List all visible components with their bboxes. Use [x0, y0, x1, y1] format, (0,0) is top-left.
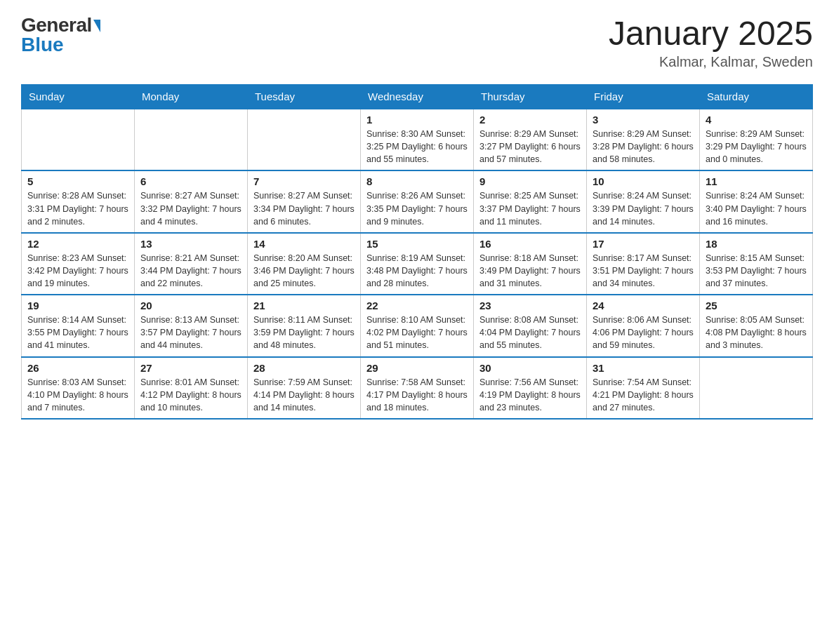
calendar-cell: 23Sunrise: 8:08 AM Sunset: 4:04 PM Dayli… [474, 295, 587, 356]
day-info: Sunrise: 8:29 AM Sunset: 3:27 PM Dayligh… [479, 128, 581, 166]
day-number: 14 [253, 238, 355, 250]
calendar-cell: 21Sunrise: 8:11 AM Sunset: 3:59 PM Dayli… [248, 295, 361, 356]
day-number: 2 [479, 114, 581, 126]
calendar-week-row: 26Sunrise: 8:03 AM Sunset: 4:10 PM Dayli… [22, 357, 813, 419]
day-number: 9 [479, 175, 581, 187]
day-number: 19 [27, 300, 128, 311]
day-number: 5 [27, 175, 128, 187]
day-number: 28 [253, 362, 355, 374]
calendar-cell: 30Sunrise: 7:56 AM Sunset: 4:19 PM Dayli… [474, 357, 587, 419]
day-info: Sunrise: 8:15 AM Sunset: 3:53 PM Dayligh… [706, 252, 807, 290]
day-info: Sunrise: 8:27 AM Sunset: 3:34 PM Dayligh… [253, 189, 355, 227]
day-info: Sunrise: 8:28 AM Sunset: 3:31 PM Dayligh… [27, 189, 128, 227]
day-number: 3 [593, 114, 694, 126]
day-number: 20 [140, 300, 241, 311]
day-info: Sunrise: 8:05 AM Sunset: 4:08 PM Dayligh… [706, 314, 807, 351]
day-number: 29 [366, 362, 468, 374]
day-number: 27 [140, 362, 241, 374]
calendar-header-saturday: Saturday [700, 85, 813, 109]
calendar-cell [135, 109, 248, 170]
calendar-cell [22, 109, 135, 170]
day-info: Sunrise: 8:06 AM Sunset: 4:06 PM Dayligh… [593, 314, 694, 351]
day-number: 6 [140, 175, 241, 187]
title-section: January 2025 Kalmar, Kalmar, Sweden [609, 14, 813, 70]
calendar-cell: 22Sunrise: 8:10 AM Sunset: 4:02 PM Dayli… [361, 295, 474, 356]
calendar-cell: 11Sunrise: 8:24 AM Sunset: 3:40 PM Dayli… [700, 170, 813, 232]
day-info: Sunrise: 8:21 AM Sunset: 3:44 PM Dayligh… [140, 252, 241, 290]
calendar-cell: 17Sunrise: 8:17 AM Sunset: 3:51 PM Dayli… [587, 233, 700, 295]
day-number: 26 [27, 362, 128, 374]
calendar-cell: 27Sunrise: 8:01 AM Sunset: 4:12 PM Dayli… [135, 357, 248, 419]
calendar-week-row: 1Sunrise: 8:30 AM Sunset: 3:25 PM Daylig… [22, 109, 813, 170]
page-header: General Blue January 2025 Kalmar, Kalmar… [21, 14, 813, 70]
day-info: Sunrise: 8:01 AM Sunset: 4:12 PM Dayligh… [140, 376, 241, 414]
day-info: Sunrise: 8:23 AM Sunset: 3:42 PM Dayligh… [27, 252, 128, 290]
logo-arrow-icon [93, 20, 100, 32]
day-info: Sunrise: 8:27 AM Sunset: 3:32 PM Dayligh… [140, 189, 241, 227]
calendar-cell: 14Sunrise: 8:20 AM Sunset: 3:46 PM Dayli… [248, 233, 361, 295]
day-number: 16 [479, 238, 581, 250]
calendar-table: SundayMondayTuesdayWednesdayThursdayFrid… [21, 84, 813, 420]
calendar-cell: 1Sunrise: 8:30 AM Sunset: 3:25 PM Daylig… [361, 109, 474, 170]
day-info: Sunrise: 7:58 AM Sunset: 4:17 PM Dayligh… [366, 376, 468, 414]
calendar-cell: 20Sunrise: 8:13 AM Sunset: 3:57 PM Dayli… [135, 295, 248, 356]
day-info: Sunrise: 8:18 AM Sunset: 3:49 PM Dayligh… [479, 252, 581, 290]
calendar-cell: 25Sunrise: 8:05 AM Sunset: 4:08 PM Dayli… [700, 295, 813, 356]
day-number: 13 [140, 238, 241, 250]
location-label: Kalmar, Kalmar, Sweden [609, 54, 813, 70]
calendar-cell [248, 109, 361, 170]
calendar-cell: 19Sunrise: 8:14 AM Sunset: 3:55 PM Dayli… [22, 295, 135, 356]
day-number: 30 [479, 362, 581, 374]
calendar-cell: 26Sunrise: 8:03 AM Sunset: 4:10 PM Dayli… [22, 357, 135, 419]
calendar-week-row: 19Sunrise: 8:14 AM Sunset: 3:55 PM Dayli… [22, 295, 813, 356]
calendar-cell: 13Sunrise: 8:21 AM Sunset: 3:44 PM Dayli… [135, 233, 248, 295]
day-number: 10 [593, 175, 694, 187]
calendar-header-friday: Friday [587, 85, 700, 109]
calendar-cell: 15Sunrise: 8:19 AM Sunset: 3:48 PM Dayli… [361, 233, 474, 295]
day-number: 18 [706, 238, 807, 250]
calendar-week-row: 12Sunrise: 8:23 AM Sunset: 3:42 PM Dayli… [22, 233, 813, 295]
calendar-cell: 18Sunrise: 8:15 AM Sunset: 3:53 PM Dayli… [700, 233, 813, 295]
day-info: Sunrise: 8:29 AM Sunset: 3:28 PM Dayligh… [593, 128, 694, 166]
calendar-cell: 28Sunrise: 7:59 AM Sunset: 4:14 PM Dayli… [248, 357, 361, 419]
day-number: 22 [366, 300, 468, 311]
calendar-cell: 10Sunrise: 8:24 AM Sunset: 3:39 PM Dayli… [587, 170, 700, 232]
calendar-cell: 4Sunrise: 8:29 AM Sunset: 3:29 PM Daylig… [700, 109, 813, 170]
calendar-cell: 31Sunrise: 7:54 AM Sunset: 4:21 PM Dayli… [587, 357, 700, 419]
day-number: 21 [253, 300, 355, 311]
calendar-cell: 12Sunrise: 8:23 AM Sunset: 3:42 PM Dayli… [22, 233, 135, 295]
day-number: 31 [593, 362, 694, 374]
calendar-cell: 24Sunrise: 8:06 AM Sunset: 4:06 PM Dayli… [587, 295, 700, 356]
calendar-header-monday: Monday [135, 85, 248, 109]
day-info: Sunrise: 8:13 AM Sunset: 3:57 PM Dayligh… [140, 314, 241, 351]
calendar-cell: 6Sunrise: 8:27 AM Sunset: 3:32 PM Daylig… [135, 170, 248, 232]
day-info: Sunrise: 8:30 AM Sunset: 3:25 PM Dayligh… [366, 128, 468, 166]
calendar-header-thursday: Thursday [474, 85, 587, 109]
day-number: 15 [366, 238, 468, 250]
calendar-week-row: 5Sunrise: 8:28 AM Sunset: 3:31 PM Daylig… [22, 170, 813, 232]
day-info: Sunrise: 8:25 AM Sunset: 3:37 PM Dayligh… [479, 189, 581, 227]
day-number: 11 [706, 175, 807, 187]
calendar-cell: 29Sunrise: 7:58 AM Sunset: 4:17 PM Dayli… [361, 357, 474, 419]
day-info: Sunrise: 7:59 AM Sunset: 4:14 PM Dayligh… [253, 376, 355, 414]
calendar-cell: 3Sunrise: 8:29 AM Sunset: 3:28 PM Daylig… [587, 109, 700, 170]
day-info: Sunrise: 8:17 AM Sunset: 3:51 PM Dayligh… [593, 252, 694, 290]
month-title: January 2025 [609, 14, 813, 53]
calendar-header-row: SundayMondayTuesdayWednesdayThursdayFrid… [22, 85, 813, 109]
calendar-cell: 2Sunrise: 8:29 AM Sunset: 3:27 PM Daylig… [474, 109, 587, 170]
day-number: 17 [593, 238, 694, 250]
day-number: 1 [366, 114, 468, 126]
calendar-header-wednesday: Wednesday [361, 85, 474, 109]
day-number: 25 [706, 300, 807, 311]
day-number: 12 [27, 238, 128, 250]
day-number: 4 [706, 114, 807, 126]
calendar-header-sunday: Sunday [22, 85, 135, 109]
calendar-cell: 8Sunrise: 8:26 AM Sunset: 3:35 PM Daylig… [361, 170, 474, 232]
day-info: Sunrise: 7:56 AM Sunset: 4:19 PM Dayligh… [479, 376, 581, 414]
day-number: 23 [479, 300, 581, 311]
logo: General Blue [21, 14, 100, 56]
day-number: 24 [593, 300, 694, 311]
day-info: Sunrise: 7:54 AM Sunset: 4:21 PM Dayligh… [593, 376, 694, 414]
day-info: Sunrise: 8:24 AM Sunset: 3:40 PM Dayligh… [706, 189, 807, 227]
day-info: Sunrise: 8:11 AM Sunset: 3:59 PM Dayligh… [253, 314, 355, 351]
